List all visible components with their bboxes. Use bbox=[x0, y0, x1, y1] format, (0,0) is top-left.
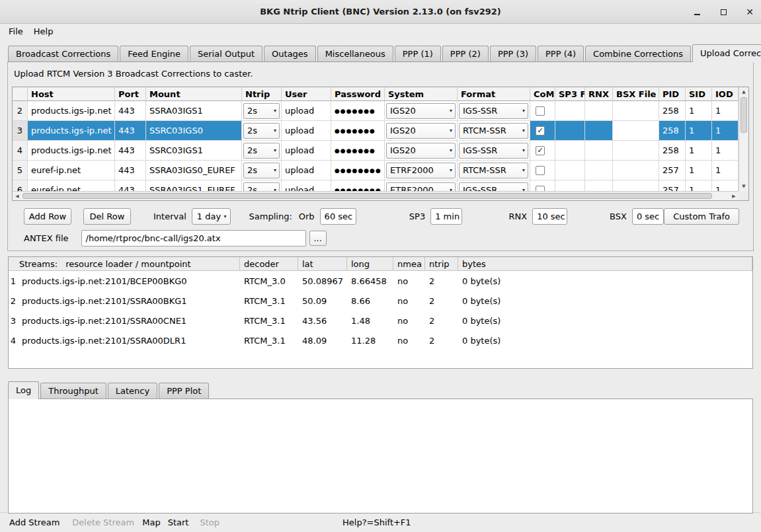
header-host[interactable]: Host bbox=[28, 87, 115, 101]
stream-row[interactable]: 1 products.igs-ip.net:2101/BCEP00BKG0 RT… bbox=[9, 271, 752, 291]
bsx-file-cell[interactable] bbox=[613, 121, 659, 141]
upload-table-row[interactable]: 6 euref-ip.net 443 SSRA03IGS1_EUREF 2s▾ … bbox=[13, 180, 739, 191]
com-checkbox[interactable] bbox=[536, 166, 545, 175]
tab-throughput[interactable]: Throughput bbox=[40, 383, 106, 399]
orb-sampling-spinner[interactable]: 60 sec ▴▾ bbox=[320, 208, 356, 225]
tab-broadcast-corrections[interactable]: Broadcast Corrections bbox=[8, 46, 118, 61]
minimize-button[interactable] bbox=[691, 6, 703, 18]
header-mount[interactable]: Mount bbox=[146, 87, 242, 101]
mount-cell[interactable]: SSRA03IGS1 bbox=[146, 101, 242, 121]
tab-ppp-3[interactable]: PPP (3) bbox=[490, 46, 536, 61]
format-select[interactable]: IGS-SSR▾ bbox=[459, 143, 528, 159]
header-system[interactable]: System bbox=[385, 87, 458, 101]
tab-latency[interactable]: Latency bbox=[108, 383, 157, 399]
user-cell[interactable]: upload bbox=[282, 180, 331, 191]
upload-table-row[interactable]: 2 products.igs-ip.net 443 SSRA03IGS1 2s▾… bbox=[13, 101, 739, 121]
tab-miscellaneous[interactable]: Miscellaneous bbox=[317, 46, 393, 61]
upload-table-row[interactable]: 5 euref-ip.net 443 SSRA03IGS0_EUREF 2s▾ … bbox=[13, 161, 739, 180]
format-select[interactable]: IGS-SSR▾ bbox=[459, 103, 528, 119]
maximize-button[interactable] bbox=[717, 6, 729, 18]
header-bytes[interactable]: bytes bbox=[458, 257, 752, 270]
header-pid[interactable]: PID bbox=[659, 87, 686, 101]
ntrip-select[interactable]: 2s▾ bbox=[243, 123, 280, 139]
host-cell[interactable]: euref-ip.net bbox=[28, 161, 115, 180]
iod-cell[interactable]: 1 bbox=[712, 121, 739, 141]
sid-cell[interactable]: 1 bbox=[686, 101, 712, 121]
com-checkbox[interactable] bbox=[536, 186, 545, 192]
sid-cell[interactable]: 1 bbox=[686, 121, 712, 141]
system-select[interactable]: ETRF2000▾ bbox=[386, 182, 456, 192]
tab-combine-corrections[interactable]: Combine Corrections bbox=[585, 46, 691, 61]
scroll-up-icon[interactable]: ▲ bbox=[739, 87, 748, 96]
header-com[interactable]: CoM bbox=[530, 87, 555, 101]
scroll-left-icon[interactable]: ◀ bbox=[13, 192, 22, 201]
user-cell[interactable]: upload bbox=[282, 141, 331, 161]
sid-cell[interactable]: 1 bbox=[686, 161, 712, 180]
iod-cell[interactable]: 1 bbox=[712, 141, 739, 161]
header-ntrip[interactable]: Ntrip bbox=[242, 87, 282, 101]
pid-cell[interactable]: 258 bbox=[659, 101, 686, 121]
system-select[interactable]: IGS20▾ bbox=[386, 123, 456, 139]
header-decoder[interactable]: decoder bbox=[240, 257, 298, 270]
com-checkbox[interactable] bbox=[536, 106, 545, 116]
row-number[interactable]: 2 bbox=[13, 101, 28, 121]
password-cell[interactable]: ●●●●●●●● bbox=[331, 161, 385, 180]
sp3-file-cell[interactable] bbox=[555, 161, 585, 180]
port-cell[interactable]: 443 bbox=[115, 141, 146, 161]
system-select[interactable]: IGS20▾ bbox=[386, 103, 456, 119]
upload-table-row[interactable]: 3 products.igs-ip.net 443 SSRC03IGS0 2s▾… bbox=[13, 121, 739, 141]
rnx-sampling-spinner[interactable]: 10 sec ▴▾ bbox=[532, 208, 567, 225]
password-cell[interactable]: ●●●●●●● bbox=[331, 101, 385, 121]
tab-feed-engine[interactable]: Feed Engine bbox=[120, 46, 188, 61]
vertical-scrollbar[interactable]: ▲ ▼ bbox=[739, 87, 748, 191]
stream-row[interactable]: 4 products.igs-ip.net:2101/SSRA00DLR1 RT… bbox=[9, 330, 752, 350]
row-number[interactable]: 6 bbox=[13, 180, 28, 191]
ntrip-select[interactable]: 2s▾ bbox=[243, 163, 280, 178]
host-cell[interactable]: products.igs-ip.net bbox=[28, 101, 115, 121]
sp3-sampling-spinner[interactable]: 1 min ▴▾ bbox=[430, 208, 462, 225]
ntrip-select[interactable]: 2s▾ bbox=[243, 103, 280, 119]
header-format[interactable]: Format bbox=[458, 87, 530, 101]
host-cell[interactable]: products.igs-ip.net bbox=[28, 141, 115, 161]
com-checkbox[interactable] bbox=[536, 126, 545, 135]
antex-browse-button[interactable]: ... bbox=[309, 231, 327, 246]
interval-select[interactable]: 1 day ▾ bbox=[192, 208, 231, 225]
iod-cell[interactable]: 1 bbox=[712, 161, 739, 180]
rnx-cell[interactable] bbox=[585, 121, 613, 141]
system-select[interactable]: IGS20▾ bbox=[386, 143, 456, 159]
tab-upload-corrections[interactable]: Upload Corrections bbox=[692, 44, 761, 62]
mount-cell[interactable]: SSRC03IGS1 bbox=[146, 141, 242, 161]
pid-cell[interactable]: 258 bbox=[659, 141, 686, 161]
rnx-cell[interactable] bbox=[585, 101, 613, 121]
header-port[interactable]: Port bbox=[115, 87, 146, 101]
add-row-button[interactable]: Add Row bbox=[24, 208, 71, 225]
bsx-file-cell[interactable] bbox=[613, 161, 659, 180]
iod-cell[interactable]: 1 bbox=[712, 180, 739, 191]
host-cell[interactable]: euref-ip.net bbox=[28, 180, 115, 191]
tab-serial-output[interactable]: Serial Output bbox=[190, 46, 262, 61]
horizontal-scrollbar-track[interactable] bbox=[22, 192, 729, 200]
tab-log[interactable]: Log bbox=[8, 381, 39, 399]
user-cell[interactable]: upload bbox=[282, 161, 331, 180]
format-select[interactable]: RTCM-SSR▾ bbox=[459, 163, 528, 178]
com-checkbox[interactable] bbox=[536, 146, 545, 155]
header-lat[interactable]: lat bbox=[298, 257, 347, 270]
header-user[interactable]: User bbox=[282, 87, 331, 101]
row-number[interactable]: 3 bbox=[13, 121, 28, 141]
mount-cell[interactable]: SSRC03IGS0 bbox=[146, 121, 242, 141]
format-select[interactable]: IGS-SSR▾ bbox=[459, 182, 528, 192]
header-iod[interactable]: IOD bbox=[712, 87, 739, 101]
port-cell[interactable]: 443 bbox=[115, 121, 146, 141]
format-select[interactable]: RTCM-SSR▾ bbox=[459, 123, 528, 139]
rnx-cell[interactable] bbox=[585, 180, 613, 191]
host-cell[interactable]: products.igs-ip.net bbox=[28, 121, 115, 141]
horizontal-scrollbar[interactable]: ◀ ▶ bbox=[13, 191, 739, 200]
sp3-file-cell[interactable] bbox=[555, 121, 585, 141]
header-password[interactable]: Password bbox=[331, 87, 385, 101]
port-cell[interactable]: 443 bbox=[115, 101, 146, 121]
custom-trafo-button[interactable]: Custom Trafo bbox=[664, 208, 739, 225]
vertical-scrollbar-thumb[interactable] bbox=[741, 97, 747, 133]
rnx-cell[interactable] bbox=[585, 141, 613, 161]
header-mountpoint[interactable]: Streams: resource loader / mountpoint bbox=[9, 257, 240, 270]
header-bsx-file[interactable]: BSX File bbox=[613, 87, 659, 101]
